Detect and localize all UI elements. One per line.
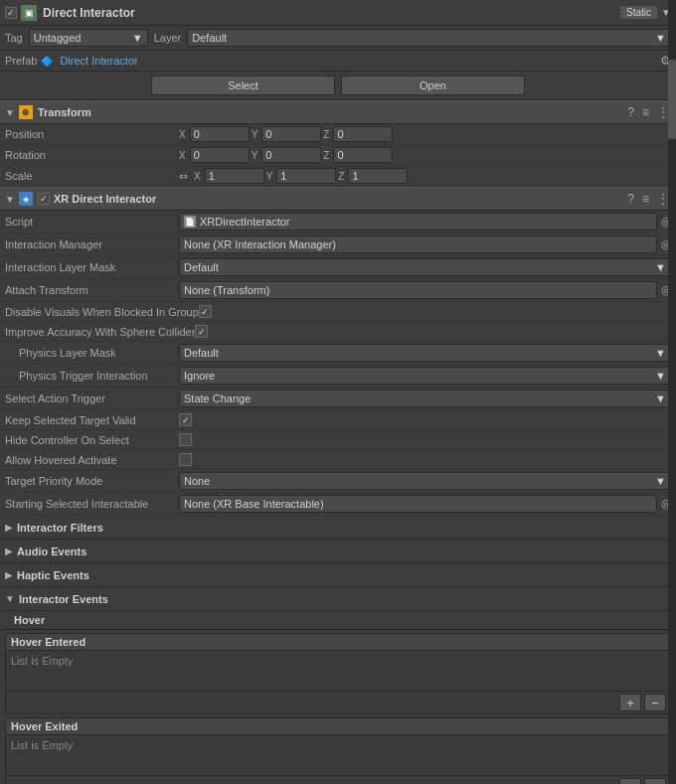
scale-xyz: ⇔ X Y Z [179,168,671,184]
layer-mask-dropdown[interactable]: Default ▼ [179,258,671,276]
tag-dropdown[interactable]: Untagged ▼ [29,29,148,47]
rot-y-input[interactable] [261,147,321,163]
allow-hovered-checkbox[interactable] [179,453,192,466]
position-label: Position [5,128,179,140]
component-enable-checkbox[interactable] [5,7,17,19]
hover-entered-box: Hover Entered List is Empty + − [5,633,671,714]
physics-trigger-dropdown[interactable]: Ignore ▼ [179,367,671,385]
rot-x-input[interactable] [190,147,250,163]
scrollbar-thumb[interactable] [668,60,676,139]
hover-exited-footer: + − [6,775,670,784]
layer-mask-value: Default [184,261,219,273]
scl-z-label: Z [338,171,344,182]
inspector-panel: ▣ Direct Interactor Static ▼ Tag Untagge… [0,0,676,784]
transform-icon: ⊕ [19,105,33,119]
transform-title: Transform [38,106,625,118]
interaction-manager-row: Interaction Manager None (XR Interaction… [0,234,676,256]
layer-dropdown[interactable]: Default ▼ [187,29,671,47]
interactor-events-header[interactable]: ▼ Interactor Events [0,587,676,611]
keep-selected-value [179,413,671,426]
physics-trigger-label: Physics Trigger Interaction [5,370,179,382]
disable-visuals-checkbox[interactable] [199,305,212,318]
starting-selected-value: None (XR Base Interactable) [184,498,652,510]
xr-collapse-icon: ▼ [5,194,15,205]
scl-x-label: X [194,171,201,182]
tag-value: Untagged [34,32,82,44]
interactor-filters-header[interactable]: ▶ Interactor Filters [0,516,676,540]
hover-entered-body: List is Empty [6,651,670,691]
hover-entered-remove-button[interactable]: − [644,694,666,711]
allow-hovered-value [179,453,671,466]
transform-section-header[interactable]: ▼ ⊕ Transform ? ≡ ⋮ [0,100,676,124]
audio-events-header[interactable]: ▶ Audio Events [0,540,676,563]
allow-hovered-label: Allow Hovered Activate [5,454,179,466]
script-value: XRDirectInteractor [200,216,652,228]
attach-transform-field: None (Transform) [179,281,657,299]
component-title: Direct Interactor [43,6,620,20]
allow-hovered-row: Allow Hovered Activate [0,450,676,470]
prefab-row: Prefab 🔷 Direct Interactor ⚙ [0,51,676,72]
layer-mask-label: Interaction Layer Mask [5,261,179,273]
scale-link-icon: ⇔ [179,170,188,183]
hover-exited-header: Hover Exited [6,718,670,735]
select-action-dropdown[interactable]: State Change ▼ [179,390,671,407]
hover-entered-add-button[interactable]: + [619,694,641,711]
interaction-manager-field: None (XR Interaction Manager) [179,235,657,253]
improve-accuracy-checkbox[interactable] [195,325,208,338]
position-xyz: X Y Z [179,126,671,142]
improve-accuracy-label: Improve Accuracy With Sphere Collider [5,326,195,338]
pos-y-input[interactable] [261,126,321,142]
transform-help-icon[interactable]: ? [625,105,636,119]
pos-y-label: Y [252,129,258,140]
hide-controller-value [179,433,671,446]
xr-section-header[interactable]: ▼ ◈ XR Direct Interactor ? ≡ ⋮ [0,187,676,211]
starting-selected-row: Starting Selected Interactable None (XR … [0,493,676,516]
keep-selected-checkbox[interactable] [179,413,192,426]
scl-y-input[interactable] [276,168,336,184]
haptic-events-arrow-icon: ▶ [5,569,13,580]
select-button[interactable]: Select [151,76,335,95]
component-icon: ▣ [21,5,37,21]
xr-help-icon[interactable]: ? [625,192,636,206]
xr-preset-icon[interactable]: ≡ [640,192,651,206]
hover-entered-header: Hover Entered [6,634,670,651]
layer-value: Default [192,32,227,44]
interaction-manager-label: Interaction Manager [5,238,179,250]
scale-label: Scale [5,170,179,182]
interactor-events-body: Hover Hover Entered List is Empty + − Ho… [0,611,676,784]
physics-layer-dropdown[interactable]: Default ▼ [179,344,671,362]
select-action-value: State Change [184,392,251,404]
main-component-header: ▣ Direct Interactor Static ▼ [0,0,676,26]
open-button[interactable]: Open [341,76,525,95]
physics-layer-row: Physics Layer Mask Default ▼ [0,342,676,365]
hover-subsection-title: Hover [0,611,676,630]
pos-x-input[interactable] [190,126,250,142]
transform-preset-icon[interactable]: ≡ [640,105,651,119]
physics-trigger-value: Ignore [184,370,215,382]
rot-x-label: X [179,150,186,161]
improve-accuracy-value [195,325,671,338]
xr-title: XR Direct Interactor [54,193,625,205]
target-priority-value: None [184,475,210,487]
scl-x-input[interactable] [205,168,264,184]
disable-visuals-value [199,305,671,318]
hide-controller-checkbox[interactable] [179,433,192,446]
scl-y-label: Y [266,171,273,182]
hover-exited-add-button[interactable]: + [619,778,641,784]
rot-z-input[interactable] [333,147,393,163]
scl-z-input[interactable] [348,168,408,184]
hover-exited-remove-button[interactable]: − [644,778,666,784]
script-file-icon: 📄 [184,216,196,228]
target-priority-dropdown[interactable]: None ▼ [179,472,671,490]
disable-visuals-label: Disable Visuals When Blocked In Group [5,306,199,318]
pos-z-input[interactable] [333,126,393,142]
tag-layer-row: Tag Untagged ▼ Layer Default ▼ [0,26,676,51]
haptic-events-header[interactable]: ▶ Haptic Events [0,563,676,587]
haptic-events-label: Haptic Events [17,569,89,581]
layer-arrow-icon: ▼ [655,32,666,44]
disable-visuals-row: Disable Visuals When Blocked In Group [0,302,676,322]
xr-enable-checkbox[interactable] [38,193,50,205]
layer-mask-arrow: ▼ [655,261,666,273]
physics-layer-value: Default [184,347,219,359]
prefab-value: Direct Interactor [60,55,656,67]
